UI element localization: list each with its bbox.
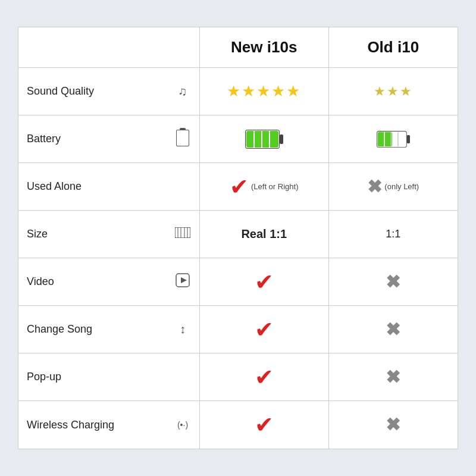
header-old-col: Old i10 <box>329 27 458 67</box>
cross-icon: ✖ <box>386 273 400 291</box>
label-popup: Pop-up <box>18 353 200 400</box>
label-text: Battery <box>27 133 168 145</box>
table-header: New i10s Old i10 <box>18 27 458 68</box>
used-alone-note-old: (only Left) <box>384 182 419 191</box>
label-text: Size <box>27 228 168 240</box>
new-change-song: ✔ <box>200 306 329 353</box>
row-video: Video ✔ ✖ <box>18 258 458 306</box>
new-video: ✔ <box>200 258 329 305</box>
stars-old: ★★★ <box>374 84 413 99</box>
row-popup: Pop-up ✔ ✖ <box>18 353 458 401</box>
new-wireless-charging: ✔ <box>200 401 329 449</box>
label-text: Sound Quality <box>27 85 168 98</box>
row-change-song: Change Song ↕ ✔ ✖ <box>18 306 458 353</box>
old-size: 1:1 <box>329 211 458 258</box>
svg-rect-16 <box>407 135 410 143</box>
cross-icon-old: ✖ <box>367 178 382 196</box>
wireless-icon: (•·) <box>174 420 191 430</box>
label-battery: Battery <box>18 115 200 162</box>
label-change-song: Change Song ↕ <box>18 306 200 353</box>
new-used-alone: ✔ (Left or Right) <box>200 163 329 210</box>
new-size: Real 1:1 <box>200 211 329 258</box>
label-video: Video <box>18 258 200 305</box>
label-text: Change Song <box>27 323 168 336</box>
check-icon: ✔ <box>255 318 274 341</box>
check-icon: ✔ <box>255 271 274 293</box>
check-icon-new: ✔ <box>230 176 249 198</box>
label-text: Wireless Charging <box>27 419 168 431</box>
video-icon <box>174 273 191 290</box>
cross-icon: ✖ <box>386 416 400 434</box>
label-used-alone: Used Alone <box>18 163 200 210</box>
cross-icon: ✖ <box>386 368 400 386</box>
old-size-text: 1:1 <box>386 228 400 240</box>
svg-rect-9 <box>280 134 283 144</box>
new-sound-quality: ★★★★★ <box>200 68 329 115</box>
label-text: Used Alone <box>27 180 191 193</box>
battery-full-svg <box>245 127 283 151</box>
old-used-alone: ✖ (only Left) <box>329 163 458 210</box>
change-song-icon: ↕ <box>174 322 191 336</box>
old-battery <box>329 115 458 162</box>
new-size-text: Real 1:1 <box>241 227 287 241</box>
old-sound-quality: ★★★ <box>329 68 458 115</box>
cross-icon: ✖ <box>386 321 400 339</box>
svg-rect-2 <box>177 130 189 146</box>
old-popup: ✖ <box>329 353 458 400</box>
svg-rect-17 <box>175 227 190 238</box>
label-text: Pop-up <box>27 371 191 383</box>
old-video: ✖ <box>329 258 458 305</box>
new-popup: ✔ <box>200 353 329 400</box>
label-sound-quality: Sound Quality ♫ <box>18 68 200 115</box>
old-wireless-charging: ✖ <box>329 401 458 449</box>
row-size: Size Real 1:1 1:1 <box>18 211 458 258</box>
old-change-song: ✖ <box>329 306 458 353</box>
battery-icon <box>174 128 191 150</box>
battery-half-svg <box>377 129 410 150</box>
label-size: Size <box>18 211 200 258</box>
music-icon: ♫ <box>174 84 191 98</box>
row-used-alone: Used Alone ✔ (Left or Right) ✖ (only Lef… <box>18 163 458 211</box>
new-battery <box>200 115 329 162</box>
check-icon: ✔ <box>255 414 274 436</box>
header-new-col: New i10s <box>200 27 329 67</box>
size-icon <box>174 227 191 241</box>
check-icon: ✔ <box>255 366 274 389</box>
row-battery: Battery <box>18 115 458 163</box>
stars-new: ★★★★★ <box>227 82 301 101</box>
row-wireless-charging: Wireless Charging (•·) ✔ ✖ <box>18 401 458 449</box>
header-label-col <box>18 27 200 67</box>
svg-marker-23 <box>181 277 187 283</box>
row-sound-quality: Sound Quality ♫ ★★★★★ ★★★ <box>18 68 458 115</box>
label-text: Video <box>27 275 168 288</box>
label-wireless-charging: Wireless Charging (•·) <box>18 401 200 449</box>
used-alone-note-new: (Left or Right) <box>251 182 298 191</box>
comparison-table: New i10s Old i10 Sound Quality ♫ ★★★★★ ★… <box>18 27 458 449</box>
